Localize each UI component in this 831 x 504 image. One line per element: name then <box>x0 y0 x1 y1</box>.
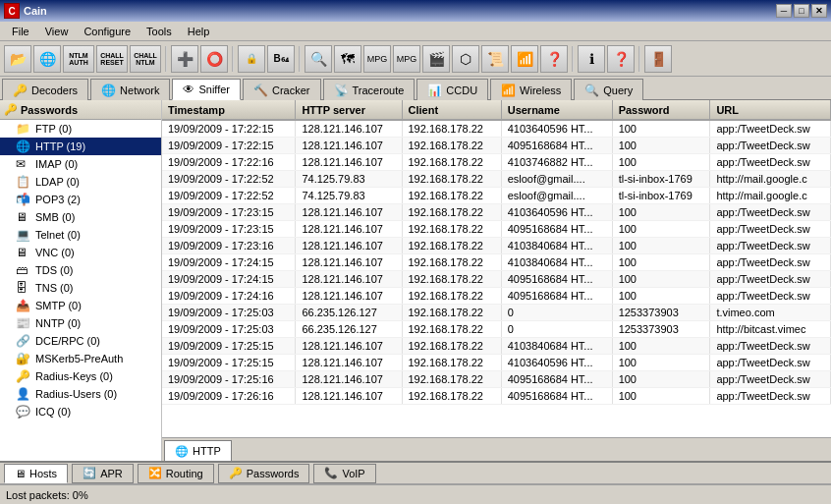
table-row[interactable]: 19/09/2009 - 17:24:15128.121.146.107192.… <box>162 270 831 287</box>
bottom-tab-hosts[interactable]: 🖥 Hosts <box>4 464 68 483</box>
tab-network[interactable]: 🌐 Network <box>90 79 170 100</box>
toolbar-help-btn[interactable]: ❓ <box>607 45 635 73</box>
toolbar-decode-btn[interactable]: 🔒 <box>238 45 265 73</box>
minimize-button[interactable]: ─ <box>776 4 792 18</box>
data-table[interactable]: Timestamp HTTP server Client Username Pa… <box>162 100 831 437</box>
table-row[interactable]: 19/09/2009 - 17:25:16128.121.146.107192.… <box>162 370 831 387</box>
bottom-tab-routing[interactable]: 🔀 Routing <box>138 464 214 483</box>
sidebar-item-ldap[interactable]: 📋LDAP (0) <box>0 173 161 191</box>
app-icon: C <box>4 3 20 19</box>
toolbar-scan-btn[interactable]: 🔍 <box>305 45 332 73</box>
table-row[interactable]: 19/09/2009 - 17:25:0366.235.126.127192.1… <box>162 320 831 337</box>
toolbar-exit-btn[interactable]: 🚪 <box>644 45 672 73</box>
toolbar-hex-btn[interactable]: ⬡ <box>452 45 479 73</box>
wireless-icon: 📶 <box>501 84 516 97</box>
sidebar-item-imap[interactable]: ✉IMAP (0) <box>0 155 161 173</box>
tab-network-label: Network <box>120 84 159 96</box>
toolbar-wireless-btn[interactable]: 📶 <box>511 45 538 73</box>
sidebar-item-radius-keys[interactable]: 🔑Radius-Keys (0) <box>0 367 161 385</box>
table-cell: 19/09/2009 - 17:26:16 <box>162 387 296 404</box>
table-row[interactable]: 19/09/2009 - 17:22:15128.121.146.107192.… <box>162 137 831 153</box>
sidebar-item-nntp[interactable]: 📰NNTP (0) <box>0 314 161 332</box>
toolbar-query-btn[interactable]: ❓ <box>540 45 568 73</box>
toolbar-network-btn[interactable]: 🌐 <box>33 45 61 73</box>
table-cell: 4103840684 HT... <box>501 253 612 270</box>
toolbar-remove-btn[interactable]: ⭕ <box>200 45 228 73</box>
toolbar-mpeg-btn[interactable]: MPG <box>393 45 420 73</box>
sidebar-item-icq[interactable]: 💬ICQ (0) <box>0 403 161 420</box>
toolbar-sep-2 <box>232 46 234 72</box>
table-row[interactable]: 19/09/2009 - 17:26:16128.121.146.107192.… <box>162 387 831 404</box>
table-cell: 128.121.146.107 <box>296 354 402 370</box>
menu-file[interactable]: File <box>4 24 37 39</box>
table-cell: app:/TweetDeck.sw <box>710 354 831 370</box>
table-cell: app:/TweetDeck.sw <box>710 203 831 220</box>
toolbar-mpg-btn[interactable]: MPG <box>363 45 391 73</box>
sidebar-item-icon: 🖥 <box>16 246 31 259</box>
table-cell: app:/TweetDeck.sw <box>710 153 831 170</box>
table-row[interactable]: 19/09/2009 - 17:23:16128.121.146.107192.… <box>162 237 831 253</box>
bottom-tab-passwords[interactable]: 🔑 Passwords <box>218 464 310 483</box>
menu-view[interactable]: View <box>37 24 77 39</box>
close-button[interactable]: ✕ <box>811 4 827 18</box>
toolbar-info-btn[interactable]: ℹ <box>578 45 605 73</box>
sidebar-item-mskerb5-preauth[interactable]: 🔐MSKerb5-PreAuth <box>0 350 161 367</box>
toolbar-video-btn[interactable]: 🎬 <box>422 45 450 73</box>
sidebar-item-dce/rpc[interactable]: 🔗DCE/RPC (0) <box>0 332 161 350</box>
table-row[interactable]: 19/09/2009 - 17:23:15128.121.146.107192.… <box>162 220 831 237</box>
toolbar-map-btn[interactable]: 🗺 <box>334 45 361 73</box>
table-row[interactable]: 19/09/2009 - 17:24:15128.121.146.107192.… <box>162 253 831 270</box>
sidebar-item-http[interactable]: 🌐HTTP (19) <box>0 138 161 155</box>
tab-query[interactable]: 🔍 Query <box>574 79 643 100</box>
sidebar-item-radius-users[interactable]: 👤Radius-Users (0) <box>0 385 161 403</box>
bottom-tab-voip[interactable]: 📞 VoIP <box>313 464 375 483</box>
tab-sniffer[interactable]: 👁 Sniffer <box>172 79 241 100</box>
toolbar-cert-btn[interactable]: 📜 <box>481 45 509 73</box>
table-cell: 19/09/2009 - 17:25:16 <box>162 370 296 387</box>
toolbar-reset-btn[interactable]: CHALL RESET <box>96 45 128 73</box>
toolbar-auth-btn[interactable]: NTLM AUTH <box>63 45 94 73</box>
tab-decoders-label: Decoders <box>31 84 78 96</box>
table-row[interactable]: 19/09/2009 - 17:22:5274.125.79.83192.168… <box>162 187 831 203</box>
menu-help[interactable]: Help <box>180 24 218 39</box>
table-row[interactable]: 19/09/2009 - 17:24:16128.121.146.107192.… <box>162 287 831 304</box>
menu-configure[interactable]: Configure <box>76 24 138 39</box>
table-cell: 19/09/2009 - 17:22:15 <box>162 137 296 153</box>
toolbar-chall-btn[interactable]: CHALL NTLM <box>130 45 161 73</box>
table-row[interactable]: 19/09/2009 - 17:22:15128.121.146.107192.… <box>162 120 831 137</box>
table-cell: 19/09/2009 - 17:23:16 <box>162 237 296 253</box>
table-row[interactable]: 19/09/2009 - 17:23:15128.121.146.107192.… <box>162 203 831 220</box>
sidebar-item-pop3[interactable]: 📬POP3 (2) <box>0 191 161 208</box>
sidebar-item-smtp[interactable]: 📤SMTP (0) <box>0 297 161 314</box>
toolbar-open-btn[interactable]: 📂 <box>4 45 31 73</box>
menu-tools[interactable]: Tools <box>138 24 180 39</box>
tab-ccdu[interactable]: 📊 CCDU <box>416 79 488 100</box>
bottom-tab-apr[interactable]: 🔄 APR <box>72 464 134 483</box>
tab-wireless[interactable]: 📶 Wireless <box>490 79 572 100</box>
table-cell: 192.168.178.22 <box>402 170 501 187</box>
toolbar-add-btn[interactable]: ➕ <box>171 45 198 73</box>
toolbar-b64-btn[interactable]: B₆₄ <box>267 45 295 73</box>
toolbar-sep-5 <box>638 46 640 72</box>
sidebar-item-tds[interactable]: 🗃TDS (0) <box>0 261 161 279</box>
tab-traceroute[interactable]: 📡 Traceroute <box>323 79 416 100</box>
table-row[interactable]: 19/09/2009 - 17:25:15128.121.146.107192.… <box>162 337 831 354</box>
sidebar-item-smb[interactable]: 🖥SMB (0) <box>0 208 161 226</box>
table-row[interactable]: 19/09/2009 - 17:22:16128.121.146.107192.… <box>162 153 831 170</box>
sidebar-item-tns[interactable]: 🗄TNS (0) <box>0 279 161 297</box>
tab-cracker[interactable]: 🔨 Cracker <box>243 79 321 100</box>
sidebar-item-vnc[interactable]: 🖥VNC (0) <box>0 244 161 261</box>
tab-decoders[interactable]: 🔑 Decoders <box>2 79 88 100</box>
sidebar-item-ftp[interactable]: 📁FTP (0) <box>0 120 161 138</box>
window-title: Cain <box>24 5 776 17</box>
table-row[interactable]: 19/09/2009 - 17:25:15128.121.146.107192.… <box>162 354 831 370</box>
table-row[interactable]: 19/09/2009 - 17:25:0366.235.126.127192.1… <box>162 304 831 320</box>
window-controls: ─ □ ✕ <box>776 4 827 18</box>
maximize-button[interactable]: □ <box>794 4 809 18</box>
sidebar-item-telnet[interactable]: 💻Telnet (0) <box>0 226 161 244</box>
table-cell: 192.168.178.22 <box>402 220 501 237</box>
table-cell: 128.121.146.107 <box>296 270 402 287</box>
col-url: URL <box>710 100 831 120</box>
sub-tab-http[interactable]: 🌐 HTTP <box>164 440 232 461</box>
table-row[interactable]: 19/09/2009 - 17:22:5274.125.79.83192.168… <box>162 170 831 187</box>
